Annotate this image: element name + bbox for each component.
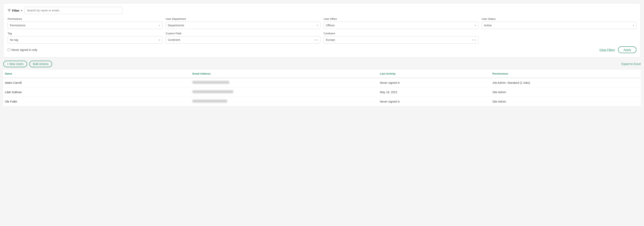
user-status-group: User Status Active ∨ [482,17,636,29]
filter-toggle[interactable]: Filter ∧ [8,9,23,12]
user-last-activity: Never signed in [378,81,491,84]
table-row: Ole Fuller Never signed in Site Admin [3,97,641,106]
column-header-name: Name [3,71,191,76]
filter-header: Filter ∧ [8,7,636,14]
user-department-group: User Department Departments ∨ [166,17,320,29]
toolbar-left: + New Users Bulk Actions [3,61,52,67]
chevron-down-icon: ∨ [316,38,318,41]
never-signed-checkbox-label[interactable]: Never signed in only [8,48,38,52]
permissions-select[interactable]: Permissions ∨ [8,22,162,29]
tag-group: Tag No tag ∨ [8,32,162,44]
filter-row-1: Permissions Permissions ∨ User Departmen… [8,17,636,29]
blurred-email [192,81,229,84]
search-input[interactable] [24,7,122,14]
user-office-label: User Office [324,17,478,20]
column-header-last-activity: Last Activity [378,71,491,76]
custom-field-group: Custom Field Continent × ∨ [166,32,320,44]
new-users-label: New Users [10,62,23,66]
tag-label: Tag [8,32,162,35]
user-status-label: User Status [482,17,636,20]
table-row: Adam Carroll Never signed in Job Admin: … [3,78,641,88]
user-last-activity: May 18, 2022 [378,90,491,94]
permissions-group: Permissions Permissions ∨ [8,17,162,29]
filter-icon [8,9,11,12]
tag-select[interactable]: No tag ∨ [8,36,162,44]
custom-field-value: Continent [168,38,314,42]
user-permissions: Site Admin [491,90,641,94]
chevron-down-icon: ∨ [316,24,318,27]
apply-button[interactable]: Apply [618,46,636,53]
user-name: Adam Carroll [3,81,191,84]
new-users-button[interactable]: + New Users [3,61,27,67]
plus-icon: + [7,62,8,66]
close-icon[interactable]: × [314,38,316,42]
chevron-down-icon: ∨ [474,24,476,27]
filter-label: Filter [12,9,20,12]
user-status-select[interactable]: Active ∨ [482,22,636,29]
custom-field-select[interactable]: Continent × ∨ [166,36,320,44]
user-name: Ole Fuller [3,100,191,103]
continent-group: Continent Europe × ∨ [324,32,478,44]
close-icon[interactable]: × [472,38,474,42]
table-toolbar: + New Users Bulk Actions Export to Excel [3,61,641,67]
empty-filter-cell [482,32,636,44]
never-signed-text: Never signed in only [12,48,38,52]
continent-value: Europe [326,38,472,42]
chevron-down-icon: ∨ [158,24,160,27]
filter-row-2: Tag No tag ∨ Custom Field Continent × ∨ … [8,32,636,44]
continent-label: Continent [324,32,478,35]
custom-field-label: Custom Field [166,32,320,35]
never-signed-checkbox[interactable] [8,48,10,51]
user-office-value: Offices [326,24,474,27]
table-header-row: Name Email Address Last Activity Permiss… [3,70,641,78]
user-name: Lilah Sullivan [3,90,191,94]
permissions-value: Permissions [10,24,158,27]
column-header-permissions: Permissions [491,71,641,76]
user-office-select[interactable]: Offices ∨ [324,22,478,29]
user-last-activity: Never signed in [378,100,491,103]
blurred-email [192,100,227,102]
chevron-up-icon: ∧ [21,9,23,12]
export-to-excel-button[interactable]: Export to Excel [622,62,641,66]
user-department-value: Departments [168,24,316,27]
chevron-down-icon: ∨ [632,24,634,27]
user-office-group: User Office Offices ∨ [324,17,478,29]
chevron-down-icon: ∨ [474,38,476,41]
user-permissions: Site Admin [491,100,641,103]
user-permissions: Job Admin: Standard (2 Jobs) [491,81,641,84]
column-header-email: Email Address [191,71,378,76]
blurred-email [192,90,233,93]
chevron-down-icon: ∨ [158,38,160,41]
user-email [191,90,378,94]
permissions-label: Permissions [8,17,162,20]
user-status-value: Active [484,24,632,27]
continent-select[interactable]: Europe × ∨ [324,36,478,44]
filter-actions: Clear Filters Apply [600,46,636,53]
tag-value: No tag [10,38,158,42]
bulk-actions-button[interactable]: Bulk Actions [29,61,52,67]
data-table: Name Email Address Last Activity Permiss… [3,70,641,106]
clear-filters-button[interactable]: Clear Filters [600,48,615,52]
user-email [191,81,378,84]
user-email [191,100,378,103]
user-department-label: User Department [166,17,320,20]
filter-panel: Filter ∧ Permissions Permissions ∨ User … [3,3,641,58]
filter-footer: Never signed in only Clear Filters Apply [8,46,636,53]
user-department-select[interactable]: Departments ∨ [166,22,320,29]
table-row: Lilah Sullivan May 18, 2022 Site Admin [3,88,641,97]
